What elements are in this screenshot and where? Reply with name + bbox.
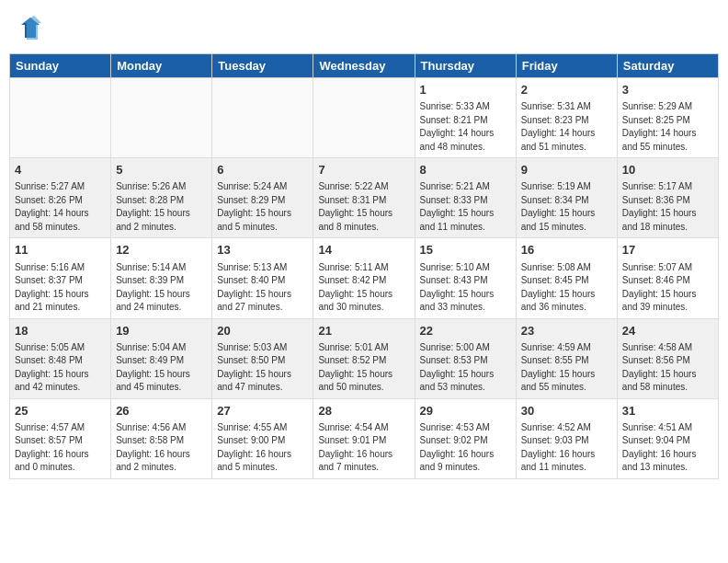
calendar-cell: 1Sunrise: 5:33 AM Sunset: 8:21 PM Daylig… (415, 78, 516, 158)
day-number: 16 (521, 242, 612, 259)
day-info: Sunrise: 5:17 AM Sunset: 8:36 PM Dayligh… (622, 180, 713, 234)
day-info: Sunrise: 4:52 AM Sunset: 9:03 PM Dayligh… (521, 421, 612, 475)
calendar-cell: 31Sunrise: 4:51 AM Sunset: 9:04 PM Dayli… (617, 398, 718, 478)
calendar-cell: 9Sunrise: 5:19 AM Sunset: 8:34 PM Daylig… (516, 158, 617, 238)
calendar-cell: 18Sunrise: 5:05 AM Sunset: 8:48 PM Dayli… (10, 318, 111, 398)
day-number: 21 (318, 323, 409, 339)
calendar-cell: 27Sunrise: 4:55 AM Sunset: 9:00 PM Dayli… (212, 398, 313, 478)
day-info: Sunrise: 4:54 AM Sunset: 9:01 PM Dayligh… (318, 421, 409, 475)
calendar-cell: 16Sunrise: 5:08 AM Sunset: 8:45 PM Dayli… (516, 238, 617, 318)
day-info: Sunrise: 5:24 AM Sunset: 8:29 PM Dayligh… (217, 180, 308, 234)
day-info: Sunrise: 5:29 AM Sunset: 8:25 PM Dayligh… (622, 100, 713, 154)
day-info: Sunrise: 5:26 AM Sunset: 8:28 PM Dayligh… (116, 180, 207, 234)
weekday-header-thursday: Thursday (415, 54, 516, 78)
day-number: 6 (217, 162, 308, 178)
day-number: 14 (318, 242, 409, 259)
day-info: Sunrise: 5:27 AM Sunset: 8:26 PM Dayligh… (15, 180, 106, 234)
calendar-cell (10, 78, 111, 158)
day-info: Sunrise: 5:00 AM Sunset: 8:53 PM Dayligh… (420, 341, 511, 395)
day-number: 5 (116, 162, 207, 178)
calendar-cell: 20Sunrise: 5:03 AM Sunset: 8:50 PM Dayli… (212, 318, 313, 398)
day-number: 29 (420, 403, 511, 419)
calendar-week-4: 18Sunrise: 5:05 AM Sunset: 8:48 PM Dayli… (10, 318, 719, 398)
calendar-cell: 24Sunrise: 4:58 AM Sunset: 8:56 PM Dayli… (617, 318, 718, 398)
day-info: Sunrise: 5:03 AM Sunset: 8:50 PM Dayligh… (217, 341, 308, 395)
calendar-cell: 4Sunrise: 5:27 AM Sunset: 8:26 PM Daylig… (10, 158, 111, 238)
day-number: 23 (521, 323, 612, 339)
day-number: 25 (15, 403, 106, 419)
calendar-cell: 28Sunrise: 4:54 AM Sunset: 9:01 PM Dayli… (313, 398, 415, 478)
weekday-header-sunday: Sunday (10, 54, 111, 78)
calendar-cell: 17Sunrise: 5:07 AM Sunset: 8:46 PM Dayli… (617, 238, 718, 318)
day-number: 30 (521, 403, 612, 419)
day-info: Sunrise: 5:22 AM Sunset: 8:31 PM Dayligh… (318, 180, 409, 234)
day-number: 3 (622, 82, 713, 98)
day-number: 10 (622, 162, 713, 178)
day-info: Sunrise: 5:10 AM Sunset: 8:43 PM Dayligh… (420, 261, 511, 315)
calendar-cell: 11Sunrise: 5:16 AM Sunset: 8:37 PM Dayli… (10, 238, 111, 318)
day-number: 11 (15, 242, 106, 259)
day-number: 4 (15, 162, 106, 178)
day-info: Sunrise: 5:08 AM Sunset: 8:45 PM Dayligh… (521, 261, 612, 315)
day-info: Sunrise: 4:58 AM Sunset: 8:56 PM Dayligh… (622, 341, 713, 395)
calendar-cell: 15Sunrise: 5:10 AM Sunset: 8:43 PM Dayli… (415, 238, 516, 318)
day-info: Sunrise: 4:55 AM Sunset: 9:00 PM Dayligh… (217, 421, 308, 475)
day-info: Sunrise: 5:01 AM Sunset: 8:52 PM Dayligh… (318, 341, 409, 395)
day-number: 27 (217, 403, 308, 419)
weekday-header-wednesday: Wednesday (313, 54, 415, 78)
logo (14, 14, 45, 41)
calendar-week-5: 25Sunrise: 4:57 AM Sunset: 8:57 PM Dayli… (10, 398, 719, 478)
day-info: Sunrise: 5:33 AM Sunset: 8:21 PM Dayligh… (420, 100, 511, 154)
day-number: 7 (318, 162, 409, 178)
calendar-table: SundayMondayTuesdayWednesdayThursdayFrid… (9, 53, 719, 479)
calendar-week-2: 4Sunrise: 5:27 AM Sunset: 8:26 PM Daylig… (10, 158, 719, 238)
calendar-cell: 19Sunrise: 5:04 AM Sunset: 8:49 PM Dayli… (111, 318, 212, 398)
day-info: Sunrise: 5:31 AM Sunset: 8:23 PM Dayligh… (521, 100, 612, 154)
day-number: 20 (217, 323, 308, 339)
weekday-header-tuesday: Tuesday (212, 54, 313, 78)
day-info: Sunrise: 5:16 AM Sunset: 8:37 PM Dayligh… (15, 261, 106, 315)
calendar-cell: 22Sunrise: 5:00 AM Sunset: 8:53 PM Dayli… (415, 318, 516, 398)
day-info: Sunrise: 4:53 AM Sunset: 9:02 PM Dayligh… (420, 421, 511, 475)
day-info: Sunrise: 5:11 AM Sunset: 8:42 PM Dayligh… (318, 261, 409, 315)
day-info: Sunrise: 5:07 AM Sunset: 8:46 PM Dayligh… (622, 261, 713, 315)
calendar-cell: 3Sunrise: 5:29 AM Sunset: 8:25 PM Daylig… (617, 78, 718, 158)
day-number: 8 (420, 162, 511, 178)
weekday-header-row: SundayMondayTuesdayWednesdayThursdayFrid… (10, 54, 719, 78)
calendar-cell: 13Sunrise: 5:13 AM Sunset: 8:40 PM Dayli… (212, 238, 313, 318)
calendar-week-3: 11Sunrise: 5:16 AM Sunset: 8:37 PM Dayli… (10, 238, 719, 318)
day-info: Sunrise: 5:21 AM Sunset: 8:33 PM Dayligh… (420, 180, 511, 234)
day-number: 28 (318, 403, 409, 419)
calendar-cell (313, 78, 415, 158)
weekday-header-monday: Monday (111, 54, 212, 78)
day-info: Sunrise: 5:04 AM Sunset: 8:49 PM Dayligh… (116, 341, 207, 395)
day-number: 17 (622, 242, 713, 259)
day-number: 15 (420, 242, 511, 259)
day-number: 31 (622, 403, 713, 419)
page-header (9, 9, 719, 46)
day-info: Sunrise: 4:57 AM Sunset: 8:57 PM Dayligh… (15, 421, 106, 475)
day-number: 13 (217, 242, 308, 259)
day-number: 12 (116, 242, 207, 259)
day-number: 24 (622, 323, 713, 339)
day-number: 1 (420, 82, 511, 98)
day-number: 19 (116, 323, 207, 339)
calendar-cell: 21Sunrise: 5:01 AM Sunset: 8:52 PM Dayli… (313, 318, 415, 398)
weekday-header-saturday: Saturday (617, 54, 718, 78)
calendar-cell: 14Sunrise: 5:11 AM Sunset: 8:42 PM Dayli… (313, 238, 415, 318)
calendar-cell: 30Sunrise: 4:52 AM Sunset: 9:03 PM Dayli… (516, 398, 617, 478)
calendar-cell: 7Sunrise: 5:22 AM Sunset: 8:31 PM Daylig… (313, 158, 415, 238)
day-info: Sunrise: 5:14 AM Sunset: 8:39 PM Dayligh… (116, 261, 207, 315)
weekday-header-friday: Friday (516, 54, 617, 78)
day-number: 2 (521, 82, 612, 98)
day-info: Sunrise: 5:19 AM Sunset: 8:34 PM Dayligh… (521, 180, 612, 234)
calendar-cell: 6Sunrise: 5:24 AM Sunset: 8:29 PM Daylig… (212, 158, 313, 238)
day-info: Sunrise: 5:05 AM Sunset: 8:48 PM Dayligh… (15, 341, 106, 395)
day-info: Sunrise: 4:51 AM Sunset: 9:04 PM Dayligh… (622, 421, 713, 475)
calendar-cell: 26Sunrise: 4:56 AM Sunset: 8:58 PM Dayli… (111, 398, 212, 478)
day-number: 26 (116, 403, 207, 419)
logo-icon (14, 14, 41, 41)
calendar-cell: 29Sunrise: 4:53 AM Sunset: 9:02 PM Dayli… (415, 398, 516, 478)
day-info: Sunrise: 4:59 AM Sunset: 8:55 PM Dayligh… (521, 341, 612, 395)
calendar-cell: 2Sunrise: 5:31 AM Sunset: 8:23 PM Daylig… (516, 78, 617, 158)
